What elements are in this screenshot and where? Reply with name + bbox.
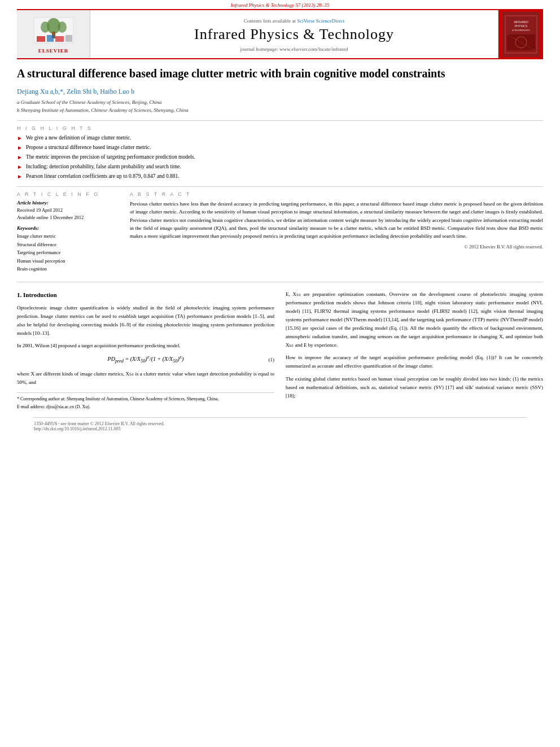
body-col2-para3: The existing global clutter metrics base… (286, 375, 543, 400)
highlight-text-4: Including: detection probability, false … (26, 163, 181, 171)
highlight-text-2: Propose a structural difference based im… (26, 144, 151, 151)
abstract-section: A B S T R A C T Previous clutter metrics… (130, 191, 543, 278)
affiliation-b: b Shenyang Institute of Automation, Chin… (17, 106, 543, 114)
svg-point-2 (41, 21, 50, 33)
highlights-section: H I G H L I G H T S ► We give a new defi… (17, 125, 543, 181)
svg-text:INFRARED: INFRARED (514, 20, 528, 24)
keyword-3: Targeting performance (17, 248, 119, 256)
body-para-1: Optoelectronic image clutter quantificat… (17, 304, 274, 337)
elsevier-tree-icon (31, 15, 76, 46)
doi-line[interactable]: http://dx.doi.org/10.1016/j.infrared.201… (34, 426, 526, 431)
keyword-2: Structural difference (17, 241, 119, 248)
bottom-bar: 1350-4495/$ - see front matter © 2012 El… (34, 417, 526, 431)
highlight-bullet-1: ► (17, 134, 23, 142)
article-info-label: A R T I C L E I N F O (17, 191, 119, 197)
highlight-item-1: ► We give a new definition of image clut… (17, 134, 543, 142)
svg-rect-6 (47, 35, 54, 42)
highlight-item-3: ► The metric improves the precision of t… (17, 154, 543, 161)
section-1-heading: 1. Introduction (17, 290, 274, 300)
formula-block: PDpred = (X/X50)E/(1 + (X/X50)E) (1) (17, 355, 274, 365)
keywords-list: Image clutter metric Structural differen… (17, 232, 119, 273)
affiliation-a: a Graduate School of the Chinese Academy… (17, 98, 543, 106)
info-abstract-section: A R T I C L E I N F O Article history: R… (17, 191, 543, 278)
svg-text:& TECHNOLOGY: & TECHNOLOGY (512, 29, 530, 32)
elsevier-logo-section: ELSEVIER (17, 10, 90, 58)
divider-2 (17, 186, 543, 187)
body-col-right: E, X₅₀ are preparative optimization cons… (286, 290, 543, 411)
history-title: Article history: (17, 200, 119, 206)
available-date: Available online 1 December 2012 (17, 214, 119, 221)
highlight-text-3: The metric improves the precision of tar… (26, 154, 195, 161)
sciverse-link[interactable]: SciVerse ScienceDirect (297, 18, 344, 24)
footnotes: * Corresponding author at: Shenyang Inst… (17, 392, 274, 410)
highlights-label: H I G H L I G H T S (17, 125, 543, 131)
article-body: 1. Introduction Optoelectronic image clu… (17, 290, 543, 411)
copyright-line: © 2012 Elsevier B.V. All rights reserved… (130, 244, 543, 250)
article-info-section: A R T I C L E I N F O Article history: R… (17, 191, 119, 278)
keywords-title: Keywords: (17, 225, 119, 231)
highlight-bullet-2: ► (17, 144, 23, 152)
formula-text: PDpred = (X/X50)E/(1 + (X/X50)E) (108, 355, 184, 365)
authors-line: Dejiang Xu a,b,*, Zelin Shi b, Haibo Luo… (17, 88, 543, 96)
highlight-item-2: ► Propose a structural difference based … (17, 144, 543, 152)
journal-cover-image: INFRARED PHYSICS & TECHNOLOGY (502, 12, 539, 57)
keyword-1: Image clutter metric (17, 232, 119, 240)
svg-rect-5 (37, 36, 45, 42)
highlights-list: ► We give a new definition of image clut… (17, 134, 543, 181)
body-col2-para2: How to improve the accuracy of the targe… (286, 353, 543, 370)
divider-3 (17, 282, 543, 282)
received-date: Received 19 April 2012 (17, 207, 119, 214)
keyword-5: Brain cognition (17, 265, 119, 273)
body-para-2: In 2001, Wilson [4] proposed a target ac… (17, 342, 274, 350)
journal-homepage: journal homepage: www.elsevier.com/locat… (240, 46, 348, 52)
body-col-left: 1. Introduction Optoelectronic image clu… (17, 290, 274, 411)
journal-title: Infrared Physics & Technology (194, 26, 394, 43)
body-col2-para1: E, X₅₀ are preparative optimization cons… (286, 290, 543, 349)
highlight-text-5: Pearson linear correlation coefficients … (26, 173, 180, 180)
highlight-bullet-4: ► (17, 163, 23, 171)
abstract-text: Previous clutter metrics have less than … (130, 200, 543, 241)
svg-point-3 (58, 21, 67, 33)
keyword-4: Human visual perception (17, 257, 119, 265)
journal-top-bar: Infrared Physics & Technology 57 (2013) … (0, 0, 560, 9)
svg-rect-8 (65, 35, 72, 42)
elsevier-wordmark: ELSEVIER (38, 48, 69, 54)
author-affiliations: a Graduate School of the Chinese Academy… (17, 98, 543, 115)
body-para-3: where X are different kinds of image clu… (17, 370, 274, 387)
journal-header: ELSEVIER Contents lists available at Sci… (17, 9, 543, 59)
highlight-bullet-3: ► (17, 154, 23, 161)
footnote-email: E-mail address: djxu@sia.ac.cn (D. Xu). (17, 404, 274, 410)
divider-1 (17, 120, 543, 121)
svg-text:PHYSICS: PHYSICS (515, 24, 528, 28)
formula-number: (1) (269, 356, 275, 364)
abstract-label: A B S T R A C T (130, 191, 543, 197)
highlight-item-4: ► Including: detection probability, fals… (17, 163, 543, 171)
article-history: Article history: Received 19 April 2012 … (17, 200, 119, 221)
footnote-corresponding: * Corresponding author at: Shenyang Inst… (17, 396, 274, 403)
svg-rect-7 (55, 36, 64, 42)
article-title: A structural difference based image clut… (17, 66, 543, 81)
highlight-item-5: ► Pearson linear correlation coefficient… (17, 173, 543, 181)
body-two-col: 1. Introduction Optoelectronic image clu… (17, 290, 543, 411)
sciverse-text: Contents lists available at SciVerse Sci… (244, 18, 345, 24)
keywords-group: Keywords: Image clutter metric Structura… (17, 225, 119, 273)
highlight-bullet-5: ► (17, 173, 23, 181)
highlight-text-1: We give a new definition of image clutte… (26, 134, 132, 142)
journal-cover-right: INFRARED PHYSICS & TECHNOLOGY (498, 10, 543, 58)
journal-center-header: Contents lists available at SciVerse Sci… (90, 10, 498, 58)
content-area: A structural difference based image clut… (17, 59, 543, 431)
issn-line: 1350-4495/$ - see front matter © 2012 El… (34, 421, 526, 426)
